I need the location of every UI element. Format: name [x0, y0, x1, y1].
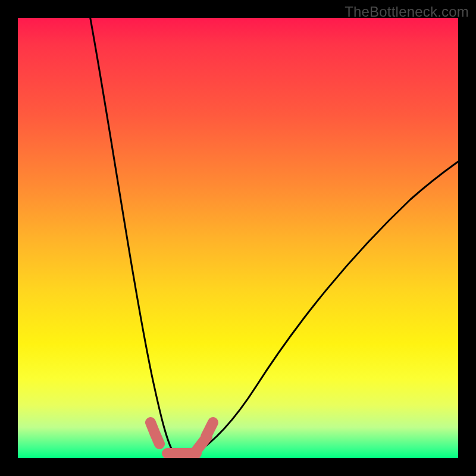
watermark-text: TheBottleneck.com: [345, 4, 469, 20]
curve-layer: [18, 18, 458, 458]
chart-stage: TheBottleneck.com: [0, 0, 476, 476]
bottleneck-curve: [88, 18, 458, 458]
plot-area: [18, 18, 458, 458]
valley-markers: [151, 422, 213, 453]
